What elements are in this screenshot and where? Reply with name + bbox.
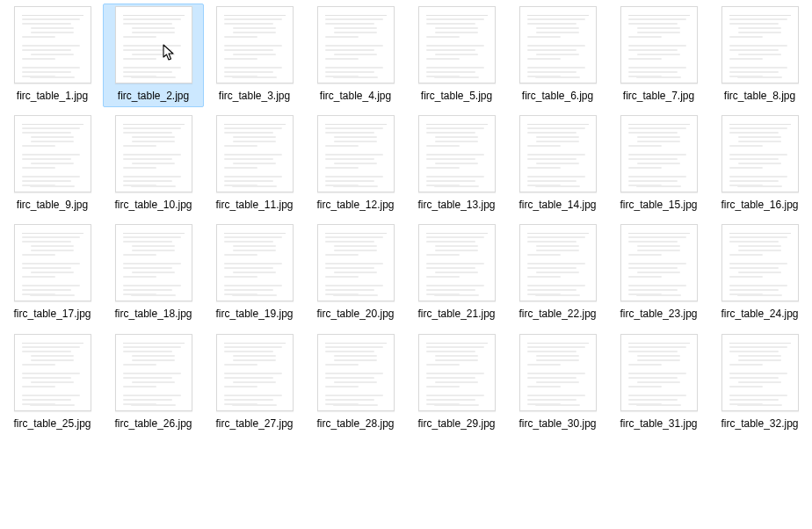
file-name-label: firc_table_23.jpg [620,307,697,321]
file-item[interactable]: firc_table_30.jpg [507,331,608,435]
file-item[interactable]: firc_table_16.jpg [709,112,810,216]
file-name-label: firc_table_31.jpg [620,417,697,431]
file-thumbnail [115,6,192,83]
file-item[interactable]: firc_table_11.jpg [204,112,305,216]
file-name-label: firc_table_21.jpg [417,307,495,321]
file-item[interactable]: firc_table_1.jpg [2,4,103,107]
file-thumbnail [418,224,496,301]
file-thumbnail [620,334,698,411]
file-thumbnail [721,6,799,83]
file-item[interactable]: firc_table_5.jpg [406,4,507,107]
file-item[interactable]: firc_table_21.jpg [406,221,507,325]
file-name-label: firc_table_29.jpg [417,417,495,431]
file-item[interactable]: firc_table_14.jpg [507,112,608,216]
file-name-label: firc_table_20.jpg [316,307,394,321]
file-name-label: firc_table_14.jpg [518,198,596,212]
file-name-label: firc_table_5.jpg [421,89,492,103]
file-name-label: firc_table_27.jpg [215,417,293,431]
file-thumbnail [216,224,294,301]
file-name-label: firc_table_16.jpg [721,198,798,212]
file-name-label: firc_table_25.jpg [13,417,91,431]
file-item[interactable]: firc_table_32.jpg [709,331,810,435]
file-thumbnail [115,115,192,192]
file-thumbnail [317,224,395,301]
file-name-label: firc_table_4.jpg [320,89,391,103]
file-name-label: firc_table_7.jpg [623,89,694,103]
file-name-label: firc_table_17.jpg [13,307,91,321]
file-grid[interactable]: firc_table_1.jpgfirc_table_2.jpgfirc_tab… [0,0,812,438]
file-item[interactable]: firc_table_24.jpg [709,221,810,325]
file-item[interactable]: firc_table_2.jpg [103,4,204,107]
file-name-label: firc_table_2.jpg [118,89,189,103]
file-item[interactable]: firc_table_18.jpg [103,221,204,325]
file-thumbnail [519,224,597,301]
file-item[interactable]: firc_table_9.jpg [2,112,103,216]
file-thumbnail [216,115,294,192]
file-name-label: firc_table_22.jpg [518,307,596,321]
file-thumbnail [620,6,698,83]
file-name-label: firc_table_24.jpg [721,307,798,321]
file-item[interactable]: firc_table_4.jpg [305,4,406,107]
file-thumbnail [418,6,496,83]
file-thumbnail [14,115,91,192]
file-thumbnail [721,224,799,301]
file-item[interactable]: firc_table_25.jpg [2,331,103,435]
file-item[interactable]: firc_table_31.jpg [608,331,709,435]
file-item[interactable]: firc_table_27.jpg [204,331,305,435]
file-thumbnail [418,334,496,411]
file-name-label: firc_table_10.jpg [114,198,192,212]
file-item[interactable]: firc_table_20.jpg [305,221,406,325]
file-name-label: firc_table_30.jpg [518,417,596,431]
file-item[interactable]: firc_table_6.jpg [507,4,608,107]
file-thumbnail [14,224,91,301]
file-item[interactable]: firc_table_15.jpg [608,112,709,216]
file-thumbnail [519,6,597,83]
file-item[interactable]: firc_table_23.jpg [608,221,709,325]
file-thumbnail [14,6,91,83]
file-thumbnail [519,115,597,192]
file-thumbnail [317,6,395,83]
file-name-label: firc_table_6.jpg [522,89,593,103]
file-name-label: firc_table_26.jpg [114,417,192,431]
file-thumbnail [317,115,395,192]
file-item[interactable]: firc_table_29.jpg [406,331,507,435]
file-thumbnail [216,334,294,411]
file-name-label: firc_table_12.jpg [316,198,394,212]
file-item[interactable]: firc_table_19.jpg [204,221,305,325]
file-thumbnail [620,224,698,301]
file-name-label: firc_table_19.jpg [215,307,293,321]
file-item[interactable]: firc_table_22.jpg [507,221,608,325]
file-thumbnail [216,6,294,83]
file-thumbnail [721,115,799,192]
file-item[interactable]: firc_table_17.jpg [2,221,103,325]
file-item[interactable]: firc_table_28.jpg [305,331,406,435]
file-thumbnail [115,334,192,411]
file-item[interactable]: firc_table_12.jpg [305,112,406,216]
file-thumbnail [721,334,799,411]
file-name-label: firc_table_11.jpg [215,198,293,212]
file-name-label: firc_table_9.jpg [17,198,88,212]
file-item[interactable]: firc_table_7.jpg [608,4,709,107]
file-name-label: firc_table_3.jpg [219,89,290,103]
file-thumbnail [317,334,395,411]
file-thumbnail [14,334,91,411]
file-item[interactable]: firc_table_3.jpg [204,4,305,107]
file-name-label: firc_table_8.jpg [724,89,795,103]
file-item[interactable]: firc_table_8.jpg [709,4,810,107]
file-name-label: firc_table_32.jpg [721,417,798,431]
file-item[interactable]: firc_table_13.jpg [406,112,507,216]
file-thumbnail [620,115,698,192]
file-name-label: firc_table_1.jpg [17,89,88,103]
file-name-label: firc_table_13.jpg [417,198,495,212]
file-thumbnail [115,224,192,301]
file-item[interactable]: firc_table_10.jpg [103,112,204,216]
file-name-label: firc_table_18.jpg [114,307,192,321]
file-thumbnail [519,334,597,411]
file-name-label: firc_table_15.jpg [620,198,697,212]
file-name-label: firc_table_28.jpg [316,417,394,431]
file-item[interactable]: firc_table_26.jpg [103,331,204,435]
file-thumbnail [418,115,496,192]
